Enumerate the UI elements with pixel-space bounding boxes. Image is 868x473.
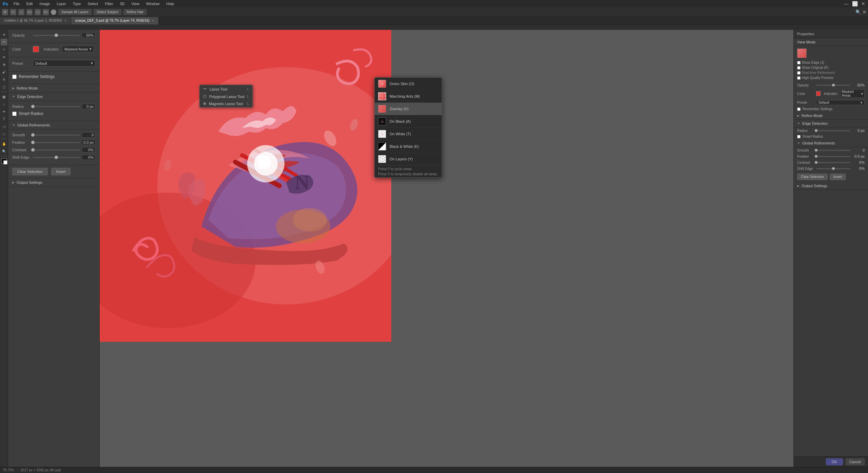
right-indicates-dropdown[interactable]: Masked Areas ▾ bbox=[840, 89, 865, 98]
close-icon[interactable]: ✕ bbox=[861, 1, 865, 6]
shape-tool-btn[interactable]: □ bbox=[1, 131, 7, 137]
right-invert-btn[interactable]: Invert bbox=[830, 174, 846, 180]
right-color-swatch[interactable] bbox=[816, 91, 821, 96]
smooth-slider-thumb[interactable] bbox=[31, 133, 35, 137]
search-icon[interactable]: 🔍 bbox=[855, 9, 861, 15]
smart-radius-checkbox[interactable] bbox=[12, 112, 17, 116]
right-contrast-slider-thumb[interactable] bbox=[815, 161, 817, 164]
indicates-dropdown[interactable]: Masked Areas ▾ bbox=[62, 46, 94, 52]
menu-3d[interactable]: 3D bbox=[119, 1, 126, 6]
right-smooth-slider-thumb[interactable] bbox=[815, 149, 817, 152]
feather-slider-track[interactable] bbox=[33, 142, 80, 143]
preset-select[interactable]: Default ▾ bbox=[33, 60, 95, 66]
right-refine-mode-header[interactable]: ▶ Refine Mode bbox=[794, 112, 868, 120]
right-shift-edge-slider-track[interactable] bbox=[816, 168, 850, 169]
right-opacity-slider-thumb[interactable] bbox=[832, 84, 835, 86]
hand-tool-btn[interactable]: ✋ bbox=[1, 140, 7, 147]
right-radius-slider-thumb[interactable] bbox=[815, 129, 817, 132]
ok-button[interactable]: OK bbox=[826, 458, 843, 465]
view-onion-skin[interactable]: ⊙ Onion Skin (O) bbox=[375, 78, 442, 90]
contrast-slider-thumb[interactable] bbox=[31, 148, 35, 152]
right-view-mode-header[interactable]: View Mode bbox=[794, 38, 868, 46]
path-sel-tool-btn[interactable]: ◁ bbox=[1, 123, 7, 130]
submenu-lasso-item[interactable]: 〜 Lasso Tool L bbox=[200, 85, 252, 93]
menu-help[interactable]: Help bbox=[165, 1, 175, 6]
right-opacity-slider-track[interactable] bbox=[816, 85, 850, 86]
right-view-thumbnail[interactable] bbox=[797, 48, 807, 58]
menu-image[interactable]: Image bbox=[38, 1, 52, 6]
refine-mode-header[interactable]: ▶ Refine Mode bbox=[8, 84, 99, 93]
zoom-tool-btn[interactable]: 🔍 bbox=[1, 148, 7, 155]
menu-layer[interactable]: Layer bbox=[55, 1, 67, 6]
minimize-icon[interactable]: — bbox=[844, 1, 849, 6]
subtract-selection-btn[interactable]: -□ bbox=[35, 9, 41, 15]
canvas-area[interactable]: N 〜 Lasso Tool bbox=[100, 30, 868, 467]
arrange-windows-icon[interactable]: ⊞ bbox=[863, 10, 866, 14]
output-settings-header[interactable]: ▶ Output Settings bbox=[8, 178, 99, 187]
feather-slider-thumb[interactable] bbox=[31, 141, 35, 144]
right-global-ref-header[interactable]: ▼ Global Refinements bbox=[794, 139, 868, 147]
right-feather-slider-thumb[interactable] bbox=[815, 155, 817, 158]
right-feather-slider-track[interactable] bbox=[816, 156, 850, 157]
maximize-icon[interactable]: ⬜ bbox=[852, 1, 858, 6]
view-black-white[interactable]: Black & White (K) bbox=[375, 140, 442, 153]
menu-edit[interactable]: Edit bbox=[25, 1, 34, 6]
view-on-white[interactable]: ◎ On White (T) bbox=[375, 128, 442, 140]
dodge-tool-btn[interactable]: ○ bbox=[1, 101, 7, 107]
right-output-settings-header[interactable]: ▶ Output Settings bbox=[794, 182, 868, 190]
color-swatch[interactable] bbox=[33, 46, 39, 52]
opacity-slider-thumb[interactable] bbox=[55, 34, 58, 37]
tab-close-untitled[interactable]: ✕ bbox=[64, 19, 67, 22]
realtime-ref-checkbox[interactable] bbox=[797, 71, 801, 75]
opacity-slider-track[interactable] bbox=[33, 35, 80, 36]
right-preset-select[interactable]: Default ▾ bbox=[816, 100, 865, 105]
move-tool-btn[interactable]: ✛ bbox=[1, 31, 7, 38]
clone-tool-btn[interactable]: ⎘ bbox=[1, 76, 7, 83]
cancel-button[interactable]: Cancel bbox=[846, 458, 865, 465]
add-to-selection-btn[interactable]: +□ bbox=[26, 9, 33, 15]
menu-filter[interactable]: Filter bbox=[103, 1, 114, 6]
right-remember-checkbox[interactable] bbox=[797, 107, 801, 111]
shift-edge-slider-track[interactable] bbox=[33, 157, 80, 158]
intersect-selection-btn[interactable]: ×□ bbox=[43, 9, 49, 15]
show-original-checkbox[interactable] bbox=[797, 66, 801, 70]
tab-close-scarpa[interactable]: ✕ bbox=[152, 19, 154, 22]
invert-btn[interactable]: Invert bbox=[51, 168, 71, 175]
tab-untitled[interactable]: Untitled-1 @ 66.7% (Layer 2, RGB/8#) ✕ bbox=[0, 17, 71, 24]
brush-tool-btn[interactable]: 🖌 bbox=[1, 68, 7, 75]
refine-hair-btn[interactable]: Refine Hair bbox=[123, 9, 146, 15]
heal-tool-btn[interactable]: ⊕ bbox=[1, 61, 7, 68]
menu-select[interactable]: Select bbox=[86, 1, 100, 6]
global-refinements-header[interactable]: ▼ Global Refinements bbox=[8, 121, 99, 130]
foreground-color-swatch[interactable] bbox=[1, 158, 7, 164]
view-on-black[interactable]: ◎ On Black (A) bbox=[375, 115, 442, 128]
right-smart-radius-checkbox[interactable] bbox=[797, 135, 801, 138]
right-shift-edge-slider-thumb[interactable] bbox=[832, 167, 835, 170]
contrast-slider-track[interactable] bbox=[33, 150, 80, 151]
clear-selection-btn[interactable]: Clear Selection bbox=[12, 168, 48, 175]
sample-all-layers-btn[interactable]: Sample All Layers bbox=[58, 9, 92, 15]
view-marching-ants[interactable]: - - Marching Ants (M) bbox=[375, 90, 442, 103]
submenu-magnetic-item[interactable]: ⊛ Magnetic Lasso Tool L bbox=[200, 100, 252, 107]
menu-window[interactable]: Window bbox=[145, 1, 161, 6]
menu-file[interactable]: File bbox=[12, 1, 21, 6]
radius-slider-track[interactable] bbox=[33, 106, 80, 107]
right-contrast-slider-track[interactable] bbox=[816, 162, 850, 163]
gradient-tool-btn[interactable]: ▦ bbox=[1, 93, 7, 100]
radius-slider-thumb[interactable] bbox=[31, 105, 35, 108]
view-on-layers[interactable]: On Layers (Y) bbox=[375, 153, 442, 165]
tab-scarpa[interactable]: scarpa_DEF_5.psd @ 78.7% (Layer 74, RGB/… bbox=[71, 17, 159, 24]
high-quality-preview-checkbox[interactable] bbox=[797, 76, 801, 80]
add-selection-btn[interactable]: □ bbox=[18, 9, 24, 15]
smooth-slider-track[interactable] bbox=[33, 135, 80, 136]
select-subject-btn[interactable]: Select Subject bbox=[94, 9, 121, 15]
right-smooth-slider-track[interactable] bbox=[816, 150, 850, 151]
show-edge-checkbox[interactable] bbox=[797, 61, 801, 64]
remember-checkbox[interactable] bbox=[12, 75, 17, 79]
pen-tool-btn[interactable]: ✒ bbox=[1, 108, 7, 115]
crop-tool-btn[interactable]: ⌗ bbox=[1, 46, 7, 53]
edge-detection-header[interactable]: ▼ Edge Detection bbox=[8, 93, 99, 101]
right-radius-slider-track[interactable] bbox=[816, 130, 850, 131]
eyedropper-tool-btn[interactable]: ✒ bbox=[1, 54, 7, 60]
view-overlay[interactable]: Overlay (V) bbox=[375, 103, 442, 115]
